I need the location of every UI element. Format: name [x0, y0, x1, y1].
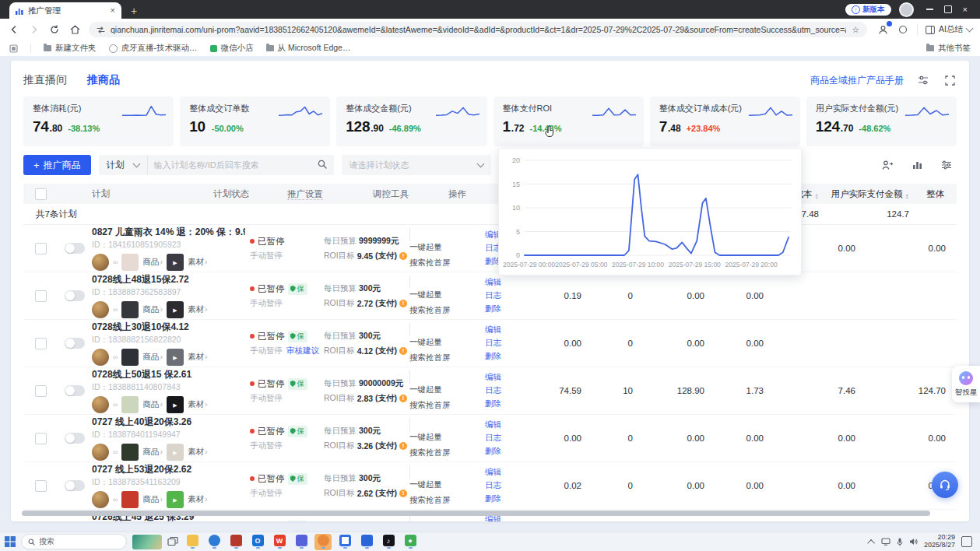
select-all-checkbox[interactable]	[35, 188, 47, 200]
volume-icon[interactable]	[909, 538, 918, 546]
stat-card-2[interactable]: 整体成交金额(元) 128.90 -46.89%	[336, 97, 486, 146]
action-link[interactable]: 删除	[485, 398, 529, 409]
product-link[interactable]: 商品›	[142, 257, 163, 268]
table-row-3[interactable]: 0728线上50退15 保2.61 ID：1838881140807843 ∞ …	[23, 367, 957, 415]
start-button[interactable]	[5, 536, 16, 547]
table-row-2[interactable]: 0728线上30退10保4.12 ID：1838882156822820 ∞ 商…	[23, 320, 957, 367]
header-promo-settings[interactable]: 推广设置	[287, 188, 373, 200]
roi-info-icon[interactable]: !	[399, 490, 407, 497]
bookmark-item-0[interactable]: 新建文件夹	[44, 43, 97, 54]
other-bookmarks[interactable]: 其他书签	[926, 43, 971, 54]
taskbar-app-outlook[interactable]: O	[249, 534, 266, 550]
row-checkbox[interactable]	[35, 433, 47, 444]
taskbar-app-app-active[interactable]	[314, 534, 332, 550]
close-button[interactable]: ×	[963, 5, 968, 14]
tab-close-icon[interactable]: ×	[111, 6, 115, 15]
taskbar-app-app-red-store[interactable]	[227, 534, 244, 550]
product-thumbnail[interactable]	[121, 349, 139, 366]
row-checkbox[interactable]	[35, 338, 47, 349]
plan-search-input[interactable]	[148, 160, 318, 170]
tool-item[interactable]: 一键起量	[409, 384, 485, 395]
product-thumbnail[interactable]	[121, 254, 139, 271]
browser-profile-avatar[interactable]	[899, 2, 914, 17]
product-link[interactable]: 商品›	[142, 447, 163, 458]
roi-info-icon[interactable]: !	[399, 300, 407, 307]
plan-toggle[interactable]	[65, 480, 85, 491]
tool-item[interactable]: 搜索抢首屏	[409, 495, 485, 506]
taskbar-app-app-blue-grid[interactable]	[358, 534, 375, 550]
plan-title[interactable]: 0727 线上40退20保3.26	[92, 416, 245, 429]
material-link[interactable]: 素材›	[188, 399, 208, 410]
table-row-5[interactable]: 0727 线上53退20保2.62 ID：1838783541163209 ∞ …	[23, 462, 957, 510]
taskbar-app-file-explorer[interactable]	[184, 534, 201, 550]
plan-type-select[interactable]: 计划	[99, 155, 148, 175]
fullscreen-icon[interactable]	[943, 73, 957, 87]
plan-title[interactable]: 0727 线上53退20保2.62	[92, 463, 245, 476]
column-chart-icon[interactable]	[910, 158, 924, 172]
tool-item[interactable]: 搜索抢首屏	[409, 305, 485, 316]
user-switch-icon[interactable]	[880, 158, 894, 172]
sort-icon[interactable]: ▲▼	[815, 193, 819, 200]
action-link[interactable]: 日志	[485, 480, 529, 491]
tool-item[interactable]: 搜索抢首屏	[409, 258, 485, 268]
action-link[interactable]: 删除	[485, 493, 529, 504]
extension-icon[interactable]	[876, 23, 889, 36]
bookmark-item-2[interactable]: 微信小店	[210, 43, 254, 54]
material-link[interactable]: 素材›	[188, 352, 208, 363]
action-link[interactable]: 编辑	[485, 372, 529, 383]
tool-item[interactable]: 一键起量	[409, 242, 485, 253]
roi-info-icon[interactable]: !	[399, 442, 407, 450]
action-link[interactable]: 日志	[485, 290, 529, 301]
notification-center-icon[interactable]	[961, 536, 972, 547]
row-checkbox[interactable]	[35, 480, 47, 492]
plan-toggle[interactable]	[65, 338, 85, 349]
task-view-icon[interactable]	[167, 537, 178, 546]
plan-toggle[interactable]	[65, 385, 85, 396]
tool-item[interactable]: 一键起量	[409, 432, 485, 443]
stat-card-0[interactable]: 整体消耗(元) 74.80 -38.13%	[23, 97, 174, 146]
product-link[interactable]: 商品›	[142, 399, 163, 410]
browser-tab[interactable]: 推广管理 ×	[9, 2, 121, 19]
tool-item[interactable]: 搜索抢首屏	[409, 353, 485, 363]
header-plan[interactable]: 计划	[92, 188, 213, 200]
product-thumbnail[interactable]	[121, 301, 139, 318]
bookmark-item-3[interactable]: 从 Microsoft Edge…	[266, 43, 351, 54]
material-link[interactable]: 素材›	[188, 447, 208, 458]
material-link[interactable]: 素材›	[188, 257, 208, 268]
site-permissions-icon[interactable]	[97, 26, 105, 33]
sliders-icon[interactable]	[916, 73, 930, 87]
roi-info-icon[interactable]: !	[399, 395, 407, 402]
table-row-0[interactable]: 0827 儿童雨衣 14% 退：20% 保：9.92 ID：1841610851…	[23, 225, 957, 272]
plan-title[interactable]: 0728线上30退10保4.12	[92, 321, 245, 334]
product-link[interactable]: 商品›	[142, 352, 163, 363]
tool-item[interactable]: 一键起量	[409, 337, 485, 348]
tab-live-room[interactable]: 推直播间	[23, 73, 67, 87]
tab-products[interactable]: 推商品	[87, 73, 120, 87]
microphone-icon[interactable]	[897, 538, 903, 546]
new-tab-button[interactable]: +	[131, 5, 137, 16]
horizontal-scrollbar[interactable]	[22, 511, 958, 517]
material-link[interactable]: 素材›	[188, 494, 208, 505]
new-version-button[interactable]: ↑新版本	[845, 4, 891, 16]
table-settings-icon[interactable]	[940, 158, 954, 172]
product-thumbnail[interactable]	[121, 491, 139, 508]
bookmark-item-1[interactable]: 虎牙直播-技术驱动…	[109, 43, 198, 54]
review-suggestion-link[interactable]: 审核建议	[286, 346, 319, 356]
row-checkbox[interactable]	[35, 290, 47, 302]
table-row-1[interactable]: 0728线上48退15保2.72 ID：1838887362583897 ∞ 商…	[23, 272, 957, 320]
plan-toggle[interactable]	[65, 433, 85, 444]
material-link[interactable]: 素材›	[188, 304, 208, 315]
widgets-weather-image[interactable]	[132, 535, 162, 549]
row-checkbox[interactable]	[35, 243, 47, 254]
search-icon[interactable]	[318, 158, 327, 172]
tool-item[interactable]: 搜索抢首屏	[409, 400, 485, 411]
taskbar-app-wps[interactable]: W	[271, 534, 288, 550]
action-link[interactable]: 日志	[485, 385, 529, 396]
table-row-4[interactable]: 0727 线上40退20保3.26 ID：1838784011949947 ∞ …	[23, 415, 957, 462]
stat-card-4[interactable]: 整体成交订单成本(元) 7.48 +23.84%	[650, 97, 800, 146]
display-icon[interactable]	[881, 538, 890, 546]
action-link[interactable]: 日志	[485, 433, 529, 444]
apps-icon[interactable]	[9, 44, 18, 53]
plan-toggle[interactable]	[65, 243, 85, 254]
material-thumbnail[interactable]: ▶	[167, 396, 184, 413]
